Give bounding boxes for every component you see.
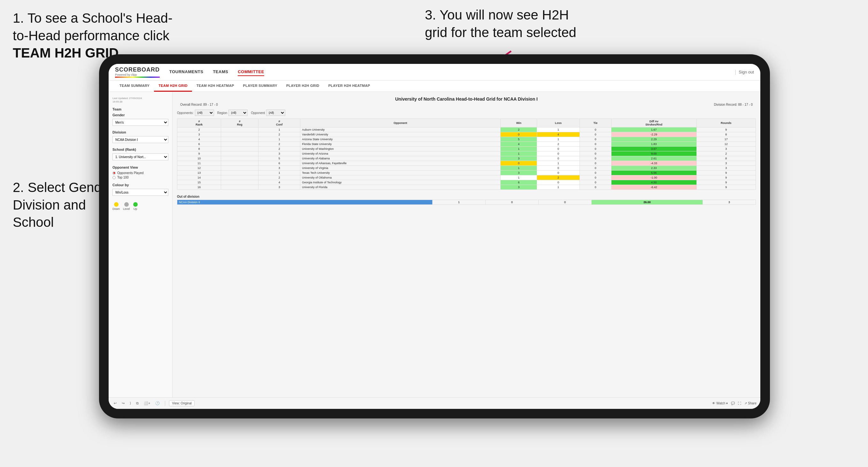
cell-opponent: Arizona State University xyxy=(300,137,501,142)
clock-icon[interactable]: 🕐 xyxy=(154,401,161,406)
cell-conf: 3 xyxy=(258,185,300,190)
radio-top100-indicator xyxy=(113,176,116,179)
cell-tie: 0 xyxy=(580,170,611,175)
step1-line2: to-Head performance click xyxy=(13,28,169,43)
col-conf: #Conf xyxy=(258,119,300,127)
cell-loss: 0 xyxy=(537,156,580,161)
gender-dropdown[interactable]: Men's xyxy=(113,119,168,126)
color-legend: Down Level Up xyxy=(113,202,168,211)
step2-line3: School xyxy=(13,215,54,230)
cell-win: 6 xyxy=(501,180,537,185)
share-button[interactable]: ↗ Share xyxy=(744,402,756,405)
copy-icon[interactable]: ⧉ xyxy=(135,401,140,406)
cell-rounds: 9 xyxy=(696,185,755,190)
logo: SCOREBOARD Powered by clipp xyxy=(115,66,160,77)
out-rounds: 3 xyxy=(703,200,755,205)
nav-tournaments[interactable]: TOURNAMENTS xyxy=(169,68,203,76)
undo-icon[interactable]: ↩ xyxy=(113,401,118,406)
opponent-view-radio-group: Opponents Played Top 100 xyxy=(113,171,168,179)
cell-reg xyxy=(221,185,258,190)
cell-diff: -2.29 xyxy=(612,132,697,137)
cell-tie: 0 xyxy=(580,127,611,132)
nav-bar: SCOREBOARD Powered by clipp TOURNAMENTS … xyxy=(108,64,760,81)
step3-line2: grid for the team selected xyxy=(425,25,576,40)
cell-loss: 2 xyxy=(537,175,580,180)
region-filter[interactable]: (All) xyxy=(228,110,248,116)
view-label: View: Original xyxy=(172,402,192,405)
cell-conf: 4 xyxy=(258,180,300,185)
col-rank: #Rank xyxy=(177,119,221,127)
table-row: 3 2 Vanderbilt University 0 4 0 -2.29 8 xyxy=(177,132,756,137)
cell-win: 3 xyxy=(501,156,537,161)
cell-rank: 6 xyxy=(177,142,221,147)
radio-top100[interactable]: Top 100 xyxy=(113,176,168,179)
cell-diff: 9.00 xyxy=(612,151,697,156)
cell-conf: 1 xyxy=(258,137,300,142)
cell-diff: 5.56 xyxy=(612,170,697,175)
sub-nav-team-h2h-heatmap[interactable]: TEAM H2H HEATMAP xyxy=(192,80,239,92)
sub-nav-player-h2h-heatmap[interactable]: PLAYER H2H HEATMAP xyxy=(324,80,375,92)
logo-text: SCOREBOARD xyxy=(115,66,160,73)
division-dropdown[interactable]: NCAA Division I xyxy=(113,136,168,143)
cell-tie: 0 xyxy=(580,151,611,156)
cell-rounds: 12 xyxy=(696,142,755,147)
cell-loss: 0 xyxy=(537,170,580,175)
opponent-filter[interactable]: (All) xyxy=(266,110,285,116)
radio-opponents-played[interactable]: Opponents Played xyxy=(113,171,168,175)
col-rounds: Rounds xyxy=(696,119,755,127)
cell-conf: 5 xyxy=(258,156,300,161)
cell-rounds: 9 xyxy=(696,180,755,185)
sidebar-team-label: Team xyxy=(113,107,168,111)
sidebar: Last Updated: 27/03/2024 16:55:38 Team G… xyxy=(108,92,173,397)
cell-opponent: University of Alabama xyxy=(300,156,501,161)
cell-rank: 11 xyxy=(177,161,221,166)
table-row: 15 4 Georgia Institute of Technology 6 0… xyxy=(177,180,756,185)
out-label: NCAA Division II xyxy=(177,200,433,205)
step3-line1: 3. You will now see H2H xyxy=(425,7,569,22)
cell-win: 5 xyxy=(501,137,537,142)
colour-by-dropdown[interactable]: Win/Loss xyxy=(113,189,168,196)
cell-diff: 4.50 xyxy=(612,180,697,185)
tablet-screen: SCOREBOARD Powered by clipp TOURNAMENTS … xyxy=(108,64,760,409)
sub-nav-player-summary[interactable]: PLAYER SUMMARY xyxy=(239,80,282,92)
cell-rank: 9 xyxy=(177,151,221,156)
comment-button[interactable]: 💬 xyxy=(731,402,735,405)
cell-reg xyxy=(221,147,258,151)
cell-conf: 1 xyxy=(258,170,300,175)
out-diff: 26.00 xyxy=(592,200,703,205)
filter-opponent: Opponent (All) xyxy=(251,110,285,116)
nav-items: TOURNAMENTS TEAMS COMMITTEE xyxy=(169,68,735,76)
table-row: 8 2 University of Washington 1 0 0 3.67 … xyxy=(177,147,756,151)
sub-nav-team-summary[interactable]: TEAM SUMMARY xyxy=(115,80,154,92)
nav-committee[interactable]: COMMITTEE xyxy=(238,68,264,76)
cell-tie: 0 xyxy=(580,175,611,180)
forward-icon[interactable]: ⟩ xyxy=(128,401,132,406)
sub-nav-player-h2h-grid[interactable]: PLAYER H2H GRID xyxy=(282,80,324,92)
school-dropdown[interactable]: 1. University of Nort... xyxy=(113,153,168,160)
cell-rounds: 9 xyxy=(696,170,755,175)
table-row: 10 5 University of Alabama 3 0 0 2.61 8 xyxy=(177,156,756,161)
logo-bar xyxy=(115,77,160,77)
watch-button[interactable]: 👁 Watch ▾ xyxy=(712,402,728,405)
legend-level-dot xyxy=(124,202,129,207)
opponent-label: Opponent xyxy=(251,111,265,115)
sub-nav-team-h2h-grid[interactable]: TEAM H2H GRID xyxy=(154,80,192,92)
cell-loss: 0 xyxy=(537,151,580,156)
cell-rounds: 2 xyxy=(696,151,755,156)
paste-icon[interactable]: ⬜+ xyxy=(143,401,151,406)
table-row: 11 6 University of Arkansas, Fayettevill… xyxy=(177,161,756,166)
cell-reg xyxy=(221,170,258,175)
view-original-button[interactable]: View: Original xyxy=(169,400,194,406)
fullscreen-button[interactable]: ⛶ xyxy=(738,402,741,405)
cell-tie: 0 xyxy=(580,180,611,185)
cell-rank: 15 xyxy=(177,180,221,185)
cell-tie: 0 xyxy=(580,132,611,137)
cell-diff: 1.83 xyxy=(612,142,697,147)
out-of-division-table: NCAA Division II 1 0 0 26.00 3 xyxy=(177,200,756,205)
cell-conf: 3 xyxy=(258,166,300,170)
sign-out-button[interactable]: Sign out xyxy=(739,70,754,74)
cell-tie: 0 xyxy=(580,185,611,190)
nav-teams[interactable]: TEAMS xyxy=(213,68,228,76)
opponents-filter[interactable]: (All) xyxy=(195,110,214,116)
redo-icon[interactable]: ↪ xyxy=(120,401,126,406)
